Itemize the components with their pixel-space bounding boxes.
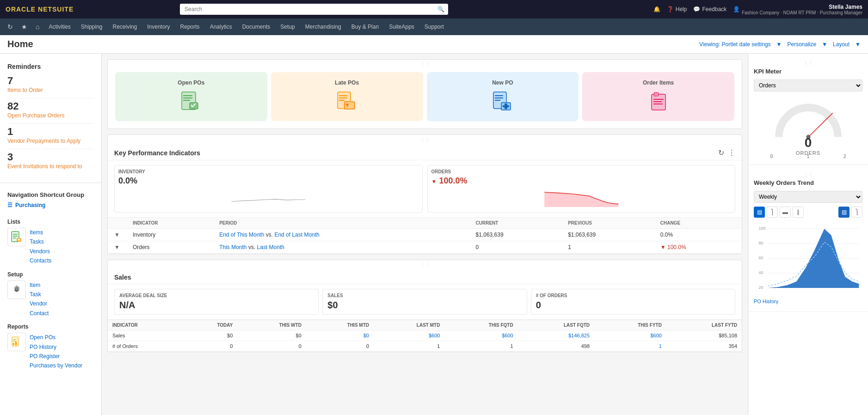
y-label-60: 60 xyxy=(759,256,763,260)
sidebar-link-vendor[interactable]: Vendor xyxy=(30,299,49,308)
sidebar-link-purchases-by-vendor[interactable]: Purchases by Vendor xyxy=(30,361,82,370)
sales-last-mtd-sales[interactable]: $600 xyxy=(374,330,444,341)
po-tile-late-label: Late POs xyxy=(335,79,359,86)
sales-this-fytd-orders[interactable]: 1 xyxy=(594,341,666,352)
kpi-period-left-inventory[interactable]: End of This Month xyxy=(219,232,264,238)
nav-back-icon[interactable]: ↻ xyxy=(4,20,17,33)
sidebar-link-contact[interactable]: Contact xyxy=(30,309,49,318)
sales-th-last-mtd: LAST MTD xyxy=(374,320,444,330)
reminder-label-items[interactable]: Items to Order xyxy=(7,87,94,93)
kpi-meter-drag-handle[interactable]: ⋮⋮ xyxy=(754,59,862,68)
kpi-refresh-icon[interactable]: ↻ xyxy=(718,148,724,157)
svg-rect-33 xyxy=(654,92,659,96)
oracle-text: ORACLE xyxy=(6,6,36,13)
sidebar-link-items[interactable]: Items xyxy=(30,228,51,237)
kpi-th-current: CURRENT xyxy=(469,218,562,229)
nav-group-purchasing[interactable]: ☰ Purchasing xyxy=(7,202,94,208)
help-button[interactable]: ❓ Help xyxy=(667,6,687,12)
avg-deal-value: N/A xyxy=(119,300,314,311)
sidebar-link-open-pos[interactable]: Open POs xyxy=(30,333,82,342)
sales-last-fqtd-orders: 498 xyxy=(518,341,594,352)
sidebar-link-po-register[interactable]: PO Register xyxy=(30,352,82,361)
setup-with-icon: Item Task Vendor Contact xyxy=(7,281,94,318)
po-tile-open[interactable]: Open POs xyxy=(115,72,267,121)
kpi-previous-inventory: $1,063,639 xyxy=(561,229,654,241)
chart-type-line[interactable]: ⎫ xyxy=(767,207,778,218)
sales-drag-handle[interactable]: ⋮⋮ xyxy=(108,260,742,269)
sidebar-link-contacts[interactable]: Contacts xyxy=(30,256,51,265)
kpi-th-change: CHANGE xyxy=(654,218,742,229)
po-tiles-drag-handle[interactable]: ⋮⋮ xyxy=(108,60,742,68)
sales-this-fqtd-sales[interactable]: $600 xyxy=(444,330,517,341)
po-tile-new-label: New PO xyxy=(492,79,513,86)
layout-button[interactable]: Layout xyxy=(833,41,850,48)
chart-display-line[interactable]: ⎫ xyxy=(851,207,862,218)
weekly-select[interactable]: Weekly xyxy=(754,191,862,203)
user-menu[interactable]: 👤 Stella James Fashion Company · NOAM RT… xyxy=(733,4,862,15)
nav-item-documents[interactable]: Documents xyxy=(238,18,275,35)
sidebar-link-tasks[interactable]: Tasks xyxy=(30,237,51,246)
sidebar-link-po-history[interactable]: PO History xyxy=(30,342,82,352)
personalize-button[interactable]: Personalize xyxy=(787,41,816,48)
kpi-drag-handle[interactable]: ⋮⋮ xyxy=(108,135,742,144)
nav-item-suiteapps[interactable]: SuiteApps xyxy=(384,18,419,35)
reminder-label-events[interactable]: Event Invitations to respond to xyxy=(7,163,94,170)
nav-home-icon[interactable]: ⌂ xyxy=(32,20,43,33)
feedback-button[interactable]: 💬 Feedback xyxy=(693,6,726,12)
nav-star-icon[interactable]: ★ xyxy=(18,20,31,33)
kpi-expand-inventory[interactable]: ▼ xyxy=(108,229,126,241)
nav-item-shipping[interactable]: Shipping xyxy=(76,18,107,35)
sales-th-last-fytd: LAST FYTD xyxy=(666,320,742,330)
sales-this-mtd-sales[interactable]: $0 xyxy=(306,330,374,341)
nav-item-merchandising[interactable]: Merchandising xyxy=(301,18,346,35)
kpi-more-icon[interactable]: ⋮ xyxy=(728,148,735,157)
reminder-label-prepayments[interactable]: Vendor Prepayments to Apply xyxy=(7,138,94,144)
sidebar-reports-section: Reports Open POs PO History PO Register xyxy=(0,322,101,374)
chart-type-bar[interactable]: ▬ xyxy=(780,207,791,218)
nav-item-support[interactable]: Support xyxy=(420,18,449,35)
po-tile-late[interactable]: Late POs xyxy=(271,72,423,121)
nav-item-setup[interactable]: Setup xyxy=(276,18,299,35)
nav-item-activities[interactable]: Activities xyxy=(44,18,75,35)
kpi-meter-select[interactable]: Orders xyxy=(754,79,862,92)
sidebar-link-task[interactable]: Task xyxy=(30,290,49,299)
center-content: ⋮⋮ Open POs Late POs xyxy=(102,54,748,415)
sales-this-wtd-sales: $0 xyxy=(237,330,306,341)
kpi-title: Key Performance Indicators xyxy=(114,149,200,157)
sales-indicator-orders: # of Orders xyxy=(108,341,183,352)
sidebar-link-vendors[interactable]: Vendors xyxy=(30,247,51,256)
reminder-open-pos: 82 Open Purchase Orders xyxy=(7,100,94,119)
search-input[interactable] xyxy=(180,4,448,15)
po-history-link[interactable]: PO History xyxy=(754,297,862,306)
svg-rect-26 xyxy=(495,95,503,96)
kpi-chart-inventory: INVENTORY 0.0% xyxy=(114,165,423,213)
weekly-drag-handle[interactable]: ⋮⋮ xyxy=(754,171,862,179)
chart-display-area[interactable]: ▧ xyxy=(838,207,850,218)
sales-this-fytd-sales[interactable]: $600 xyxy=(594,330,666,341)
nav-item-reports[interactable]: Reports xyxy=(176,18,204,35)
svg-rect-16 xyxy=(183,100,190,101)
kpi-th-period: PERIOD xyxy=(213,218,469,229)
sales-last-fqtd-sales[interactable]: $146,825 xyxy=(518,330,594,341)
po-tile-new[interactable]: New PO xyxy=(427,72,579,121)
kpi-period-right-orders[interactable]: Last Month xyxy=(257,244,284,250)
sidebar-link-item[interactable]: Item xyxy=(30,281,49,290)
nav-item-receiving[interactable]: Receiving xyxy=(108,18,142,35)
kpi-period-right-inventory[interactable]: End of Last Month xyxy=(274,232,319,238)
new-po-icon xyxy=(491,91,514,114)
chart-type-area[interactable]: ▧ xyxy=(754,207,765,218)
kpi-expand-orders[interactable]: ▼ xyxy=(108,241,126,254)
nav-item-analytics[interactable]: Analytics xyxy=(205,18,237,35)
kpi-period-left-orders[interactable]: This Month xyxy=(219,244,246,250)
po-tile-order-items[interactable]: Order Items xyxy=(582,72,734,121)
kpi-current-inventory: $1,063,639 xyxy=(469,229,562,241)
reminders-title: Reminders xyxy=(7,63,94,70)
portlet-date-settings-button[interactable]: Viewing: Portlet date settings xyxy=(699,41,771,48)
chart-type-column[interactable]: ∥ xyxy=(793,207,804,218)
notifications-icon[interactable]: 🔔 xyxy=(653,6,660,12)
sales-th-today: TODAY xyxy=(183,320,237,330)
nav-item-inventory[interactable]: Inventory xyxy=(142,18,174,35)
reminder-label-pos[interactable]: Open Purchase Orders xyxy=(7,112,94,119)
nav-item-buyplan[interactable]: Buy & Plan xyxy=(347,18,383,35)
svg-rect-20 xyxy=(339,98,347,98)
